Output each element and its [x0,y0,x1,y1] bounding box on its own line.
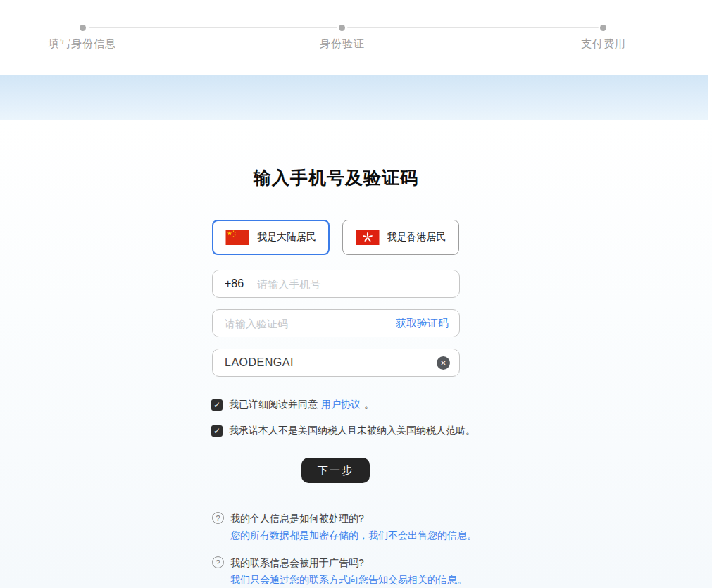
step-progress-bar: 填写身份信息 身份验证 支付费用 [0,0,712,75]
registration-page: 填写身份信息 身份验证 支付费用 输入手机号及验证码 我是大陆居民 [0,0,712,588]
question-circle-icon: ? [212,556,224,568]
faq-question-ads: 我的联系信息会被用于广告吗? [230,557,364,570]
terms-text: 我已详细阅读并同意 [229,399,318,411]
verification-code-field: 获取验证码 [212,309,460,337]
step-connector-line [347,27,599,28]
verification-code-input[interactable] [225,310,390,337]
agreement-row-tax: ✓ 我承诺本人不是美国纳税人且未被纳入美国纳税人范畴。 [211,425,507,437]
banner-strip [0,75,708,120]
terms-suffix: 。 [364,399,374,411]
get-code-button[interactable]: 获取验证码 [390,317,459,330]
china-flag-icon [225,230,249,245]
step-label-payment: 支付费用 [526,37,681,51]
question-circle-icon: ? [212,512,224,524]
step-label-identity-info: 填写身份信息 [5,37,160,51]
tax-statement-text: 我承诺本人不是美国纳税人且未被纳入美国纳税人范畴。 [229,425,475,437]
terms-checkbox[interactable]: ✓ [211,399,223,411]
user-agreement-link[interactable]: 用户协议 [321,399,361,411]
next-step-button[interactable]: 下一步 [301,458,370,483]
hongkong-flag-icon [356,230,380,245]
mainland-resident-label: 我是大陆居民 [257,231,316,244]
section-divider [211,499,460,499]
hongkong-resident-label: 我是香港居民 [387,231,446,244]
tax-checkbox[interactable]: ✓ [211,425,223,437]
page-title: 输入手机号及验证码 [212,166,460,189]
name-field: ✕ [212,349,460,377]
phone-country-code: +86 [213,277,257,290]
step-label-identity-verify: 身份验证 [265,37,420,51]
step-dot-2 [339,25,345,31]
faq-answer-privacy: 您的所有数据都是加密存储的，我们不会出售您的信息。 [230,530,477,542]
step-dot-1 [80,25,86,31]
step-connector-line [89,27,337,28]
mainland-resident-button[interactable]: 我是大陆居民 [212,220,330,255]
hongkong-resident-button[interactable]: 我是香港居民 [342,220,459,255]
phone-input[interactable] [257,270,459,297]
faq-answer-ads: 我们只会通过您的联系方式向您告知交易相关的信息。 [230,574,467,587]
name-input[interactable] [225,349,437,376]
step-dot-3 [600,25,606,31]
clear-input-icon[interactable]: ✕ [437,356,450,370]
phone-input-field: +86 [212,270,460,298]
faq-question-privacy: 我的个人信息是如何被处理的? [230,513,364,525]
agreement-row-terms: ✓ 我已详细阅读并同意 用户协议 。 [211,399,507,411]
